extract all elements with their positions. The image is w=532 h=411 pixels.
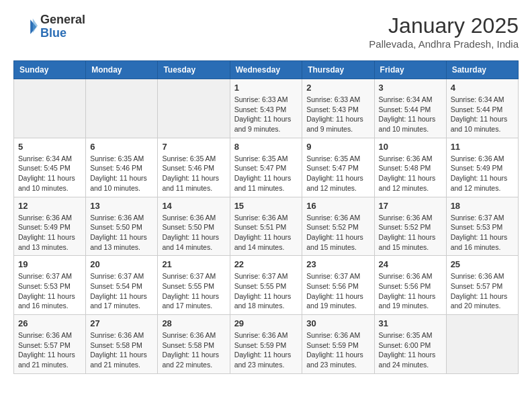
day-info: Sunrise: 6:36 AM Sunset: 5:50 PM Dayligh… [90, 213, 153, 253]
calendar-cell: 18Sunrise: 6:37 AM Sunset: 5:53 PM Dayli… [446, 197, 518, 256]
calendar-cell: 25Sunrise: 6:36 AM Sunset: 5:57 PM Dayli… [446, 256, 518, 315]
day-number: 23 [306, 259, 369, 269]
day-info: Sunrise: 6:34 AM Sunset: 5:44 PM Dayligh… [379, 95, 442, 134]
day-info: Sunrise: 6:34 AM Sunset: 5:45 PM Dayligh… [18, 154, 81, 193]
calendar-cell: 10Sunrise: 6:36 AM Sunset: 5:48 PM Dayli… [374, 138, 446, 197]
calendar-cell: 5Sunrise: 6:34 AM Sunset: 5:45 PM Daylig… [14, 138, 86, 197]
day-number: 25 [451, 259, 514, 269]
logo: General Blue [13, 13, 85, 40]
calendar-cell: 22Sunrise: 6:37 AM Sunset: 5:55 PM Dayli… [230, 256, 302, 315]
calendar-cell: 13Sunrise: 6:36 AM Sunset: 5:50 PM Dayli… [86, 197, 158, 256]
day-info: Sunrise: 6:37 AM Sunset: 5:55 PM Dayligh… [234, 271, 298, 311]
day-info: Sunrise: 6:36 AM Sunset: 5:57 PM Dayligh… [18, 330, 81, 370]
calendar-cell: 24Sunrise: 6:36 AM Sunset: 5:56 PM Dayli… [374, 256, 446, 315]
day-number: 2 [306, 83, 369, 93]
calendar-cell: 12Sunrise: 6:36 AM Sunset: 5:49 PM Dayli… [14, 197, 86, 256]
day-info: Sunrise: 6:36 AM Sunset: 5:52 PM Dayligh… [306, 213, 369, 253]
day-number: 27 [90, 318, 153, 328]
day-info: Sunrise: 6:33 AM Sunset: 5:43 PM Dayligh… [306, 95, 369, 134]
day-info: Sunrise: 6:35 AM Sunset: 5:47 PM Dayligh… [234, 154, 298, 193]
day-info: Sunrise: 6:35 AM Sunset: 5:47 PM Dayligh… [306, 154, 369, 193]
weekday-header: Sunday [14, 61, 86, 79]
calendar-cell: 15Sunrise: 6:36 AM Sunset: 5:51 PM Dayli… [230, 197, 302, 256]
logo-blue: Blue [40, 27, 85, 40]
day-number: 18 [451, 201, 514, 211]
calendar-cell [14, 79, 86, 138]
calendar-cell: 23Sunrise: 6:37 AM Sunset: 5:56 PM Dayli… [302, 256, 374, 315]
day-number: 11 [451, 142, 514, 152]
calendar-table: SundayMondayTuesdayWednesdayThursdayFrid… [13, 60, 519, 374]
calendar-cell: 29Sunrise: 6:36 AM Sunset: 5:59 PM Dayli… [230, 315, 302, 374]
day-info: Sunrise: 6:36 AM Sunset: 5:49 PM Dayligh… [18, 213, 81, 253]
weekday-header: Tuesday [158, 61, 230, 79]
weekday-header: Monday [86, 61, 158, 79]
day-number: 1 [234, 83, 298, 93]
calendar-cell [158, 79, 230, 138]
day-info: Sunrise: 6:35 AM Sunset: 5:46 PM Dayligh… [162, 154, 225, 193]
calendar-cell: 14Sunrise: 6:36 AM Sunset: 5:50 PM Dayli… [158, 197, 230, 256]
calendar-cell [446, 315, 518, 374]
weekday-header: Friday [374, 61, 446, 79]
day-info: Sunrise: 6:36 AM Sunset: 5:58 PM Dayligh… [90, 330, 153, 370]
day-info: Sunrise: 6:37 AM Sunset: 5:55 PM Dayligh… [162, 271, 225, 311]
day-number: 30 [306, 318, 369, 328]
day-info: Sunrise: 6:35 AM Sunset: 6:00 PM Dayligh… [379, 330, 442, 370]
calendar-week-row: 19Sunrise: 6:37 AM Sunset: 5:53 PM Dayli… [14, 256, 519, 315]
calendar-cell: 4Sunrise: 6:34 AM Sunset: 5:44 PM Daylig… [446, 79, 518, 138]
weekday-header: Saturday [446, 61, 518, 79]
day-number: 31 [379, 318, 442, 328]
day-info: Sunrise: 6:36 AM Sunset: 5:58 PM Dayligh… [162, 330, 225, 370]
day-number: 20 [90, 259, 153, 269]
page-header: General Blue January 2025 Pallevada, And… [13, 13, 519, 50]
day-info: Sunrise: 6:37 AM Sunset: 5:56 PM Dayligh… [306, 271, 369, 311]
day-number: 24 [379, 259, 442, 269]
calendar-cell: 26Sunrise: 6:36 AM Sunset: 5:57 PM Dayli… [14, 315, 86, 374]
day-number: 26 [18, 318, 81, 328]
calendar-cell: 11Sunrise: 6:36 AM Sunset: 5:49 PM Dayli… [446, 138, 518, 197]
day-info: Sunrise: 6:36 AM Sunset: 5:51 PM Dayligh… [234, 213, 298, 253]
day-info: Sunrise: 6:33 AM Sunset: 5:43 PM Dayligh… [234, 95, 298, 134]
day-info: Sunrise: 6:36 AM Sunset: 5:59 PM Dayligh… [234, 330, 298, 370]
day-info: Sunrise: 6:36 AM Sunset: 5:56 PM Dayligh… [379, 271, 442, 311]
day-number: 15 [234, 201, 298, 211]
calendar-cell: 6Sunrise: 6:35 AM Sunset: 5:46 PM Daylig… [86, 138, 158, 197]
day-info: Sunrise: 6:34 AM Sunset: 5:44 PM Dayligh… [451, 95, 514, 134]
calendar-cell: 2Sunrise: 6:33 AM Sunset: 5:43 PM Daylig… [302, 79, 374, 138]
day-info: Sunrise: 6:36 AM Sunset: 5:50 PM Dayligh… [162, 213, 225, 253]
day-info: Sunrise: 6:36 AM Sunset: 5:57 PM Dayligh… [451, 271, 514, 311]
day-number: 12 [18, 201, 81, 211]
day-number: 17 [379, 201, 442, 211]
day-info: Sunrise: 6:36 AM Sunset: 5:49 PM Dayligh… [451, 154, 514, 193]
calendar-cell [86, 79, 158, 138]
calendar-cell: 3Sunrise: 6:34 AM Sunset: 5:44 PM Daylig… [374, 79, 446, 138]
title-section: January 2025 Pallevada, Andhra Pradesh, … [369, 13, 519, 50]
day-info: Sunrise: 6:36 AM Sunset: 5:59 PM Dayligh… [306, 330, 369, 370]
calendar-cell: 21Sunrise: 6:37 AM Sunset: 5:55 PM Dayli… [158, 256, 230, 315]
day-number: 13 [90, 201, 153, 211]
location: Pallevada, Andhra Pradesh, India [369, 38, 519, 50]
day-info: Sunrise: 6:36 AM Sunset: 5:52 PM Dayligh… [379, 213, 442, 253]
weekday-header: Thursday [302, 61, 374, 79]
calendar-cell: 31Sunrise: 6:35 AM Sunset: 6:00 PM Dayli… [374, 315, 446, 374]
calendar-cell: 7Sunrise: 6:35 AM Sunset: 5:46 PM Daylig… [158, 138, 230, 197]
calendar-cell: 30Sunrise: 6:36 AM Sunset: 5:59 PM Dayli… [302, 315, 374, 374]
day-number: 28 [162, 318, 225, 328]
calendar-cell: 17Sunrise: 6:36 AM Sunset: 5:52 PM Dayli… [374, 197, 446, 256]
day-info: Sunrise: 6:37 AM Sunset: 5:53 PM Dayligh… [18, 271, 81, 311]
day-info: Sunrise: 6:37 AM Sunset: 5:54 PM Dayligh… [90, 271, 153, 311]
day-number: 16 [306, 201, 369, 211]
calendar-cell: 20Sunrise: 6:37 AM Sunset: 5:54 PM Dayli… [86, 256, 158, 315]
day-number: 7 [162, 142, 225, 152]
calendar-cell: 8Sunrise: 6:35 AM Sunset: 5:47 PM Daylig… [230, 138, 302, 197]
day-number: 14 [162, 201, 225, 211]
logo-general: General [40, 13, 85, 27]
logo-icon [13, 15, 38, 39]
calendar-week-row: 1Sunrise: 6:33 AM Sunset: 5:43 PM Daylig… [14, 79, 519, 138]
day-number: 8 [234, 142, 298, 152]
day-info: Sunrise: 6:36 AM Sunset: 5:48 PM Dayligh… [379, 154, 442, 193]
svg-marker-1 [33, 18, 38, 33]
day-number: 4 [451, 83, 514, 93]
calendar-cell: 9Sunrise: 6:35 AM Sunset: 5:47 PM Daylig… [302, 138, 374, 197]
calendar-cell: 19Sunrise: 6:37 AM Sunset: 5:53 PM Dayli… [14, 256, 86, 315]
day-number: 5 [18, 142, 81, 152]
